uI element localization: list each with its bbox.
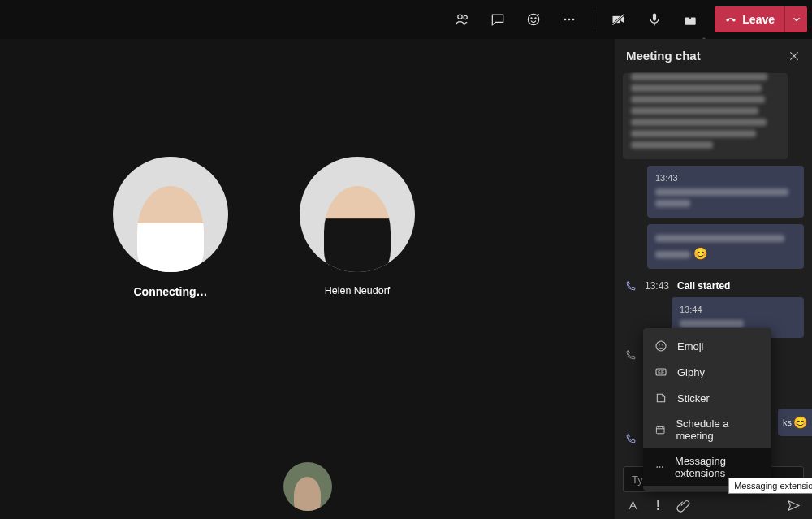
participant-status: Connecting…	[89, 285, 252, 298]
system-event-call-started: 13:43 Call started	[623, 275, 804, 297]
svg-point-5	[564, 19, 567, 21]
attach-icon[interactable]	[676, 499, 690, 513]
chat-message-sent[interactable]: ks😊	[778, 409, 812, 436]
chat-button[interactable]	[482, 3, 514, 36]
more-actions-button[interactable]	[553, 3, 585, 36]
svg-point-3	[531, 18, 532, 19]
svg-point-7	[572, 19, 575, 21]
people-button[interactable]	[446, 3, 478, 36]
menu-label: Giphy	[677, 366, 705, 378]
chevron-down-icon	[791, 14, 802, 25]
participant-tile-1[interactable]: I N N U S T A DP M A DA I Connecting…	[89, 157, 252, 298]
svg-rect-10	[653, 14, 656, 21]
priority-icon[interactable]: !	[651, 499, 665, 513]
chat-title: Meeting chat	[626, 49, 701, 63]
menu-label: Messaging extensions	[675, 455, 760, 479]
emoji-icon	[654, 340, 667, 352]
svg-point-6	[568, 19, 571, 21]
menu-label: Schedule a meeting	[676, 417, 760, 442]
avatar: I N N U S T A DP M A DA I	[113, 157, 228, 272]
close-icon[interactable]	[788, 50, 801, 63]
phone-icon	[624, 280, 637, 292]
svg-point-0	[458, 15, 462, 19]
svg-point-20	[659, 466, 661, 468]
phone-icon	[624, 349, 637, 361]
chat-header: Meeting chat	[615, 39, 812, 72]
phone-icon	[624, 433, 637, 445]
avatar: N U S T A DP AA	[300, 157, 415, 272]
event-timestamp: 13:43	[645, 280, 669, 292]
menu-label: Sticker	[677, 392, 710, 404]
svg-point-2	[529, 14, 539, 24]
participant-tile-2[interactable]: N U S T A DP AA Helen Neudorf	[276, 157, 438, 296]
message-timestamp: 13:44	[680, 304, 796, 316]
meeting-topbar: Leave	[0, 0, 812, 39]
gif-icon: GIF	[654, 365, 667, 378]
leave-button-group: Leave	[715, 6, 807, 32]
more-icon	[654, 461, 665, 474]
emoji-smile: 😊	[693, 246, 707, 262]
svg-point-13	[656, 341, 666, 351]
menu-label: Emoji	[677, 340, 704, 352]
share-tray-icon	[682, 11, 698, 28]
menu-item-schedule-meeting[interactable]: Schedule a meeting	[643, 411, 771, 448]
mic-icon	[646, 11, 663, 28]
svg-point-15	[662, 344, 663, 345]
people-icon	[454, 11, 470, 28]
camera-off-icon	[611, 11, 627, 28]
menu-item-emoji[interactable]: Emoji	[643, 333, 771, 359]
chat-icon	[490, 11, 506, 28]
svg-point-14	[659, 344, 659, 345]
chat-message-sent[interactable]: 😊	[647, 224, 804, 269]
leave-label: Leave	[742, 13, 775, 26]
chat-message-received[interactable]	[623, 73, 788, 159]
svg-point-19	[656, 466, 658, 468]
message-timestamp: 13:43	[655, 172, 796, 184]
emoji-smile: 😊	[793, 416, 807, 429]
svg-text:GIF: GIF	[658, 370, 664, 374]
chat-message-sent[interactable]: 13:43	[647, 166, 804, 218]
svg-rect-18	[656, 426, 664, 433]
reactions-button[interactable]	[517, 3, 550, 36]
calendar-icon	[654, 423, 666, 436]
meeting-chat-panel: Meeting chat 13:43 😊 13:43 Call st	[615, 39, 812, 519]
self-pip[interactable]	[283, 462, 332, 511]
svg-point-1	[464, 15, 467, 19]
menu-item-giphy[interactable]: GIF Giphy	[643, 359, 771, 385]
compose-toolbar: !	[623, 492, 804, 514]
participant-name: Helen Neudorf	[276, 285, 438, 296]
share-content-button[interactable]	[674, 3, 706, 36]
camera-toggle[interactable]	[603, 3, 635, 36]
format-icon[interactable]	[626, 499, 640, 513]
send-icon[interactable]	[787, 499, 801, 513]
compose-placeholder: Ty	[632, 474, 643, 486]
menu-tooltip: Messaging extensions	[728, 478, 812, 494]
reactions-icon	[525, 11, 542, 28]
menu-item-sticker[interactable]: Sticker	[643, 385, 771, 411]
sticker-icon	[654, 391, 667, 404]
leave-options-button[interactable]	[784, 6, 807, 32]
video-stage: I N N U S T A DP M A DA I Connecting… N …	[0, 39, 615, 519]
mic-toggle[interactable]	[638, 3, 671, 36]
messaging-extensions-menu: Emoji GIF Giphy Sticker Schedule a meeti…	[643, 328, 771, 491]
event-text: Call started	[677, 280, 730, 292]
hangup-icon	[724, 13, 737, 26]
svg-point-21	[662, 466, 663, 468]
leave-button[interactable]: Leave	[715, 6, 784, 32]
svg-point-4	[535, 18, 536, 19]
more-icon	[561, 11, 577, 28]
toolbar-divider	[594, 10, 594, 29]
